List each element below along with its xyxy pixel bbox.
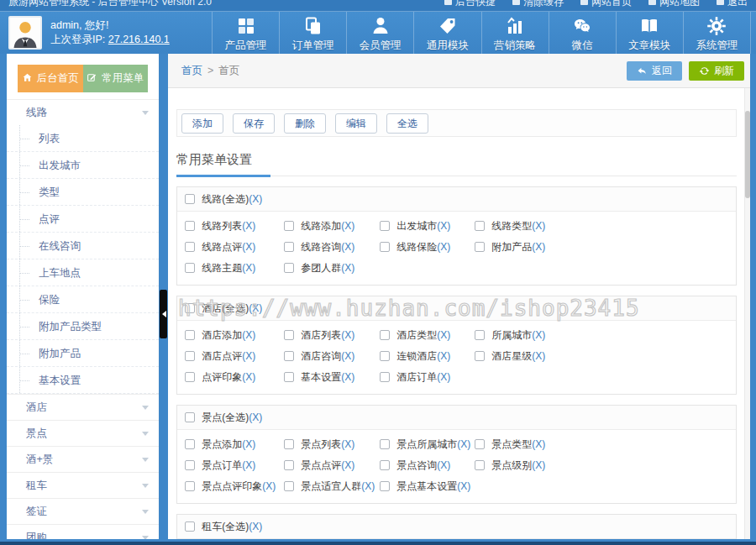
top-strip-link[interactable]: 清除缓存 [512,0,564,11]
permission-item[interactable]: 线路添加(X) [284,216,380,237]
remove-link[interactable]: (X) [242,329,255,341]
remove-link[interactable]: (X) [437,350,450,362]
permission-item[interactable]: 景点类型(X) [475,434,736,455]
checkbox[interactable] [380,481,390,491]
permission-item[interactable]: 酒店咨询(X) [284,346,380,367]
sidebar-subitem[interactable]: 在线咨询 [7,233,159,259]
remove-link[interactable]: (X) [532,350,545,362]
select-all-checkbox[interactable] [185,303,195,313]
top-strip-link[interactable]: 退出 [717,0,748,11]
checkbox[interactable] [475,460,485,470]
select-all-checkbox[interactable] [185,521,195,532]
sidebar-group[interactable]: 线路 [7,99,159,125]
permission-item[interactable]: 附加产品(X) [475,237,736,258]
permission-item[interactable]: 酒店订单(X) [380,367,475,388]
toolbar-button[interactable]: 全选 [386,113,428,134]
permission-item[interactable]: 景点级别(X) [475,455,736,476]
sidebar-tab[interactable]: 后台首页 [18,65,83,92]
nav-item-user[interactable]: 会员管理 [346,12,413,54]
nav-item-book[interactable]: 文章模块 [616,12,683,54]
remove-link[interactable]: (X) [532,459,545,471]
checkbox[interactable] [475,242,485,252]
permission-item[interactable]: 酒店点评(X) [185,346,284,367]
checkbox[interactable] [475,351,485,361]
remove-link[interactable]: (X) [341,241,354,253]
checkbox[interactable] [185,481,195,491]
sidebar-collapse-handle[interactable] [160,290,167,338]
permission-item[interactable]: 线路点评(X) [185,237,284,258]
remove-link[interactable]: (X) [437,371,450,383]
sidebar-subitem[interactable]: 出发城市 [7,152,159,179]
permission-item[interactable]: 所属城市(X) [475,325,736,346]
sidebar-subitem[interactable]: 附加产品类型 [7,313,159,340]
sidebar-subitem[interactable]: 列表 [7,125,159,152]
toolbar-button[interactable]: 删除 [284,113,326,134]
remove-link[interactable]: (X) [242,459,255,471]
sidebar-subitem[interactable]: 保险 [7,286,159,313]
checkbox[interactable] [284,351,294,361]
sidebar-subitem[interactable]: 上车地点 [7,259,159,286]
toolbar-button[interactable]: 保存 [233,113,275,134]
nav-item-tag[interactable]: 通用模块 [413,12,480,54]
checkbox[interactable] [475,221,485,231]
sidebar-subitem[interactable]: 类型 [7,179,159,206]
permission-item[interactable]: 酒店列表(X) [284,325,380,346]
last-login-ip[interactable]: 27.216.140.1 [108,34,170,45]
remove-link[interactable]: (X) [532,241,545,253]
permission-item[interactable]: 景点咨询(X) [380,455,475,476]
checkbox[interactable] [284,460,294,470]
remove-link[interactable]: (X) [361,480,375,492]
checkbox[interactable] [185,221,195,231]
checkbox[interactable] [284,372,294,382]
sidebar-tab[interactable]: 常用菜单 [83,65,149,92]
permission-item[interactable]: 线路咨询(X) [284,237,380,258]
permission-item[interactable]: 点评印象(X) [185,367,284,388]
remove-link[interactable]: (X) [437,220,450,232]
checkbox[interactable] [380,372,390,382]
checkbox[interactable] [284,242,294,252]
remove-link[interactable]: (X) [341,438,354,450]
checkbox[interactable] [185,439,195,449]
remove-link[interactable]: (X) [437,241,450,253]
permission-item[interactable]: 景点基本设置(X) [380,476,475,497]
checkbox[interactable] [185,351,195,361]
remove-link[interactable]: (X) [341,262,354,274]
nav-item-grid[interactable]: 产品管理 [212,12,279,54]
permission-item[interactable]: 连锁酒店(X) [380,346,475,367]
checkbox[interactable] [284,221,294,231]
checkbox[interactable] [185,263,195,273]
checkbox[interactable] [284,481,294,491]
permission-item[interactable]: 景点适宜人群(X) [284,476,380,497]
remove-link[interactable]: (X) [249,411,262,423]
permission-item[interactable]: 景点所属城市(X) [380,434,475,455]
permission-item[interactable]: 出发城市(X) [380,216,475,237]
permission-item[interactable]: 线路保险(X) [380,237,475,258]
checkbox[interactable] [284,330,294,340]
checkbox[interactable] [185,330,195,340]
sidebar-group[interactable]: 酒+景 [7,446,159,472]
remove-link[interactable]: (X) [457,480,470,492]
permission-item[interactable]: 线路主题(X) [185,258,284,279]
permission-item[interactable]: 参团人群(X) [284,258,380,279]
remove-link[interactable]: (X) [242,262,255,274]
sidebar-group[interactable]: 租车 [7,472,159,498]
checkbox[interactable] [185,460,195,470]
remove-link[interactable]: (X) [242,438,255,450]
top-strip-link[interactable]: 网站地图 [648,0,700,11]
remove-link[interactable]: (X) [249,521,262,532]
checkbox[interactable] [284,263,294,273]
checkbox[interactable] [380,460,390,470]
remove-link[interactable]: (X) [242,220,255,232]
remove-link[interactable]: (X) [532,329,545,341]
remove-link[interactable]: (X) [341,329,354,341]
remove-link[interactable]: (X) [437,329,450,341]
back-button[interactable]: 返回 [627,61,682,81]
checkbox[interactable] [380,221,390,231]
remove-link[interactable]: (X) [242,350,255,362]
sidebar-group[interactable]: 团购 [7,524,159,539]
toolbar-button[interactable]: 编辑 [335,113,377,134]
remove-link[interactable]: (X) [249,193,262,205]
sidebar-group[interactable]: 景点 [7,420,159,446]
refresh-button[interactable]: 刷新 [689,61,744,81]
checkbox[interactable] [380,242,390,252]
